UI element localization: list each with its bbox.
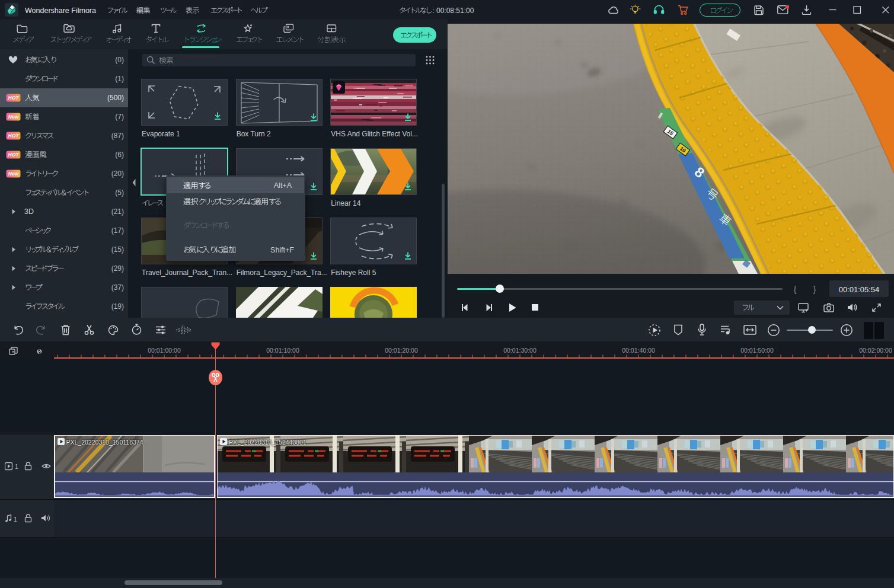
svg-text:New: New: [8, 171, 20, 177]
svg-text:1: 1: [14, 516, 17, 523]
svg-text:HOT: HOT: [8, 95, 20, 101]
svg-text:New: New: [8, 114, 20, 120]
svg-text:HOT: HOT: [8, 152, 20, 158]
svg-text:HOT: HOT: [8, 133, 20, 139]
svg-text:1: 1: [15, 463, 18, 470]
